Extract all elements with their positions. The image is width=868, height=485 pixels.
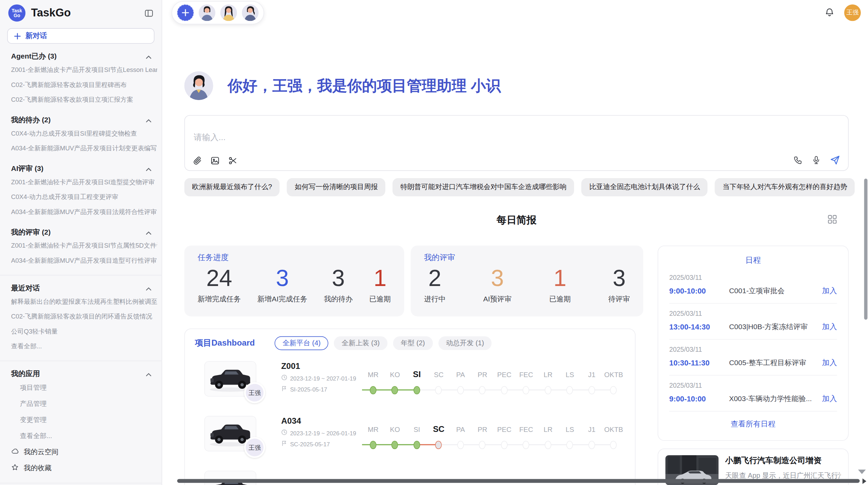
sidebar-item[interactable]: Z001-全新燃油轻卡产品开发项目SI节点属性5D文件评审 — [11, 238, 157, 253]
event-time: 10:30-11:30 — [669, 359, 729, 367]
sidebar-item[interactable]: A034-全新新能源MUV产品开发项目计划变更表编写 — [11, 141, 157, 156]
suggestion-chip[interactable]: 如何写一份清晰的项目周报 — [287, 178, 385, 196]
new-chat-button[interactable]: 新对话 — [7, 28, 155, 43]
event-time: 9:00-10:00 — [669, 395, 729, 403]
sidebar-item[interactable]: A034-全新新能源MUV产品开发项目造型可行性评审 — [11, 253, 157, 269]
suggestion-chip[interactable]: 比亚迪全固态电池计划具体说了什么 — [581, 178, 708, 196]
sidebar-item[interactable]: 公司Q3轻卡销量 — [11, 324, 157, 339]
milestone-label: PEC — [493, 371, 516, 379]
stat-card: 任务进度24新增完成任务3新增AI完成任务3我的待办1已逾期 — [184, 246, 404, 316]
chat-input[interactable] — [193, 131, 840, 152]
microphone-icon[interactable] — [811, 156, 821, 165]
dashboard-tab[interactable]: 全新平台 (4) — [275, 336, 328, 350]
suggestion-chips: 欧洲新规最近颁布了什么?如何写一份清晰的项目周报特朗普可能对进口汽车增税会对中国… — [184, 178, 849, 196]
image-icon[interactable] — [210, 156, 220, 165]
dashboard-tab[interactable]: 全新上装 (3) — [334, 336, 387, 350]
milestone-track: MRKOSISCPAPRPECFECLRLSJ1OKTB — [362, 361, 626, 405]
schedule-title: 日程 — [669, 256, 837, 265]
milestone-dot — [566, 441, 573, 449]
sidebar-item[interactable]: C02-飞腾新能源轻客改款项目的闭环通告反馈情况 — [11, 309, 157, 324]
section-title: 我的评审 (2) — [11, 227, 50, 237]
avatar[interactable] — [220, 4, 237, 21]
briefing-title: 每日简报 — [496, 215, 536, 226]
chat-input-card — [184, 115, 849, 171]
dashboard-tab[interactable]: 动总开发 (1) — [438, 336, 492, 350]
schedule-item[interactable]: 2025/03/119:00-10:00X003-车辆动力学性能验...加入 — [669, 375, 837, 411]
grid-layout-icon[interactable] — [828, 215, 837, 224]
sidebar-item[interactable]: 查看全部... — [20, 428, 157, 444]
milestone-label: FEC — [515, 371, 538, 379]
bookmark-icon — [11, 463, 19, 473]
stat-grid: 2进行中3AI预评审1已逾期3待评审 — [424, 265, 630, 304]
add-member-button[interactable] — [177, 4, 194, 21]
section-header[interactable]: Agent已办 (3) — [11, 51, 152, 61]
suggestion-chip[interactable]: 特朗普可能对进口汽车增税会对中国车企造成哪些影响 — [393, 178, 575, 196]
join-link[interactable]: 加入 — [822, 358, 837, 368]
sidebar-collapse-icon[interactable] — [144, 8, 154, 18]
suggestion-chip[interactable]: 当下年轻人对汽车外观有怎样的喜好趋势 — [715, 178, 855, 196]
avatar[interactable] — [242, 4, 258, 21]
project-thumbnail: 王强 — [204, 361, 256, 396]
phone-icon[interactable] — [793, 156, 803, 165]
horizontal-scrollbar[interactable] — [177, 479, 860, 483]
join-link[interactable]: 加入 — [822, 322, 837, 332]
table-row: 王强A0342023-12-19 ~ 2026-01-19SC-2025-05-… — [195, 416, 629, 460]
sidebar-item-cloud[interactable]: 我的云空间 — [11, 444, 150, 460]
sidebar-item[interactable]: 解释最新出台的欧盟报废车法规再生塑料比例被调至15%... — [11, 294, 157, 309]
notification-bell-icon[interactable] — [824, 7, 835, 18]
scroll-right-arrow-icon[interactable] — [863, 478, 866, 484]
sidebar-item[interactable]: 项目管理 — [20, 380, 157, 396]
clock-icon — [281, 374, 287, 382]
send-icon[interactable] — [830, 155, 841, 165]
dashboard-tab[interactable]: 年型 (2) — [393, 336, 433, 350]
milestone-dot — [413, 386, 420, 394]
milestone-dot — [457, 386, 463, 394]
sidebar-item[interactable]: C0X4-动力总成开发项目工程变更评审 — [11, 190, 157, 205]
schedule-item[interactable]: 2025/03/1110:30-11:30C005-整车工程目标评审加入 — [669, 339, 837, 375]
sidebar-item-bookmark[interactable]: 我的收藏 — [11, 460, 150, 476]
milestone-dot — [435, 386, 442, 394]
section-header[interactable]: 我的待办 (2) — [11, 115, 152, 125]
section-header[interactable]: 我的应用 — [11, 369, 152, 379]
stat-label: 我的待办 — [324, 295, 353, 304]
sidebar-item[interactable]: A034-全新新能源MUV产品开发项目法规符合性评审 — [11, 204, 157, 220]
scroll-down-arrow-icon[interactable] — [858, 470, 866, 474]
milestone-dot — [479, 441, 485, 449]
schedule-item[interactable]: 2025/03/1113:00-14:30C003|H0B-方案冻结评审加入 — [669, 304, 837, 340]
stat-item: 1已逾期 — [369, 265, 391, 304]
attachment-icon[interactable] — [193, 156, 202, 165]
suggestion-chip[interactable]: 欧洲新规最近颁布了什么? — [184, 178, 280, 196]
milestone-label: J1 — [581, 426, 603, 434]
user-avatar[interactable]: 王强 — [844, 4, 861, 21]
avatar[interactable] — [199, 4, 215, 21]
briefing-header: 每日简报 — [184, 213, 849, 226]
view-all-schedule-link[interactable]: 查看所有日程 — [669, 411, 837, 437]
sidebar-item[interactable]: C02-飞腾新能源轻客改款项目里程碑画布 — [11, 77, 157, 92]
sidebar-item[interactable]: 变更管理 — [20, 412, 157, 428]
join-link[interactable]: 加入 — [822, 286, 837, 296]
scissors-icon[interactable] — [228, 156, 237, 165]
milestone-dot — [391, 386, 398, 394]
sidebar-item[interactable]: 查看全部... — [11, 339, 157, 354]
milestone-dot — [501, 441, 507, 449]
sidebar-item[interactable]: Z001-全新燃油轻卡产品开发项目SI造型提交物评审 — [11, 175, 157, 190]
section-header[interactable]: AI评审 (3) — [11, 164, 152, 174]
join-link[interactable]: 加入 — [822, 394, 837, 404]
chevron-up-icon — [146, 52, 152, 61]
sidebar-item[interactable]: 产品管理 — [20, 396, 157, 412]
main-area: 王强 你好，王强，我是你的项目管理助理 小识 — [162, 0, 868, 485]
topbar-right: 王强 — [824, 4, 861, 21]
milestone-dot — [370, 441, 376, 449]
sidebar-item[interactable]: C0X4-动力总成开发项目SI里程碑提交物检查 — [11, 126, 157, 141]
stat-item: 3待评审 — [608, 265, 630, 304]
stat-item: 24新增完成任务 — [197, 265, 241, 304]
sidebar-item[interactable]: C02-飞腾新能源轻客改款项目立项汇报方案 — [11, 92, 157, 108]
chevron-up-icon — [146, 284, 152, 292]
milestone-dot — [457, 441, 463, 449]
schedule-item[interactable]: 2025/03/119:00-10:00C001-立项审批会加入 — [669, 268, 837, 304]
vertical-scrollbar[interactable] — [864, 179, 868, 320]
section-header[interactable]: 我的评审 (2) — [11, 227, 152, 237]
event-title: C005-整车工程目标评审 — [729, 358, 822, 368]
section-header[interactable]: 最近对话 — [11, 283, 152, 293]
sidebar-item[interactable]: Z001-全新燃油皮卡产品开发项目SI节点Lesson Learn报告 — [11, 62, 157, 77]
